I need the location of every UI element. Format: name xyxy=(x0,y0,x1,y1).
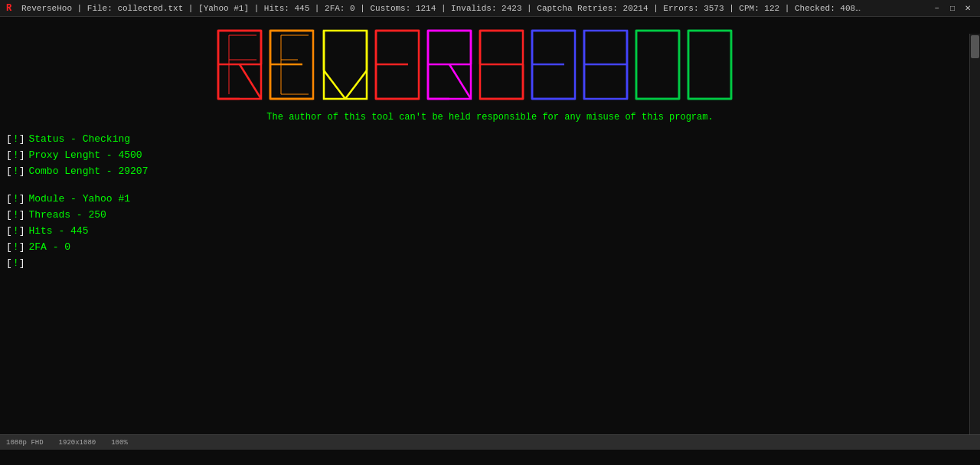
module-line-3: [!] Hits - 445 xyxy=(6,224,980,240)
bracket-1: [ xyxy=(6,132,12,148)
threads-count: Threads - 250 xyxy=(28,208,106,224)
spacer xyxy=(0,185,980,192)
exclaim-2: ! xyxy=(13,148,19,164)
svg-rect-44 xyxy=(636,31,679,99)
svg-line-14 xyxy=(345,70,367,99)
bracket-11: [ xyxy=(6,224,12,240)
bracket-5: [ xyxy=(6,164,12,180)
status-section: [!] Status - Checking [!] Proxy Lenght -… xyxy=(0,132,980,179)
status-line-1: [!] Status - Checking xyxy=(6,132,980,148)
titlebar: R ReverseHoo | File: collected.txt | [Ya… xyxy=(0,0,980,17)
svg-line-6 xyxy=(240,64,261,99)
exclaim-5: ! xyxy=(13,208,19,224)
svg-line-28 xyxy=(449,64,471,99)
bracket-16: ] xyxy=(19,256,25,272)
hits-count: Hits - 445 xyxy=(28,224,88,240)
minimize-button[interactable]: − xyxy=(931,2,943,15)
bracket-8: ] xyxy=(19,192,25,208)
bracket-15: [ xyxy=(6,256,12,272)
module-section: [!] Module - Yahoo #1 [!] Threads - 250 … xyxy=(0,192,980,271)
status-line-3: [!] Combo Lenght - 29207 xyxy=(6,164,980,180)
titlebar-left: R ReverseHoo | File: collected.txt | [Ya… xyxy=(6,3,864,14)
status-checking: Status - Checking xyxy=(28,132,130,148)
exclaim-3: ! xyxy=(13,164,19,180)
module-line-2: [!] Threads - 250 xyxy=(6,208,980,224)
scrollbar[interactable] xyxy=(969,34,980,434)
titlebar-title: ReverseHoo | File: collected.txt | [Yaho… xyxy=(21,4,864,13)
bracket-6: ] xyxy=(19,164,25,180)
maximize-button[interactable]: □ xyxy=(946,2,959,15)
module-line-4: [!] 2FA - 0 xyxy=(6,240,980,256)
module-line-1: [!] Module - Yahoo #1 xyxy=(6,192,980,208)
svg-line-13 xyxy=(324,70,345,99)
svg-rect-49 xyxy=(688,31,731,99)
exclaim-4: ! xyxy=(13,192,19,208)
app-icon: R xyxy=(6,3,17,14)
scrollbar-thumb[interactable] xyxy=(971,35,979,58)
bracket-14: ] xyxy=(19,240,25,256)
logo-svg xyxy=(211,25,769,105)
close-button[interactable]: ✕ xyxy=(962,2,974,15)
twofa-count: 2FA - 0 xyxy=(28,240,70,256)
module-name: Module - Yahoo #1 xyxy=(28,192,130,208)
exclaim-8: ! xyxy=(13,256,19,272)
bracket-9: [ xyxy=(6,208,12,224)
logo-container xyxy=(0,17,980,109)
exclaim-7: ! xyxy=(13,240,19,256)
bracket-2: ] xyxy=(19,132,25,148)
taskbar-item-3: 100% xyxy=(111,439,128,447)
exclaim-1: ! xyxy=(13,132,19,148)
main-content: The author of this tool can't be held re… xyxy=(0,17,980,450)
bracket-10: ] xyxy=(19,208,25,224)
exclaim-6: ! xyxy=(13,224,19,240)
bracket-7: [ xyxy=(6,192,12,208)
taskbar: 1080p FHD 1920x1080 100% xyxy=(0,434,980,450)
bracket-3: [ xyxy=(6,148,12,164)
titlebar-controls: − □ ✕ xyxy=(931,2,974,15)
bracket-13: [ xyxy=(6,240,12,256)
status-line-2: [!] Proxy Lenght - 4500 xyxy=(6,148,980,164)
module-line-5: [!] xyxy=(6,256,980,272)
bracket-12: ] xyxy=(19,224,25,240)
taskbar-item-1: 1080p FHD xyxy=(6,439,44,447)
taskbar-item-2: 1920x1080 xyxy=(59,439,96,447)
proxy-length: Proxy Lenght - 4500 xyxy=(28,148,142,164)
svg-rect-16 xyxy=(324,31,367,99)
disclaimer-text: The author of this tool can't be held re… xyxy=(0,112,980,123)
bracket-4: ] xyxy=(19,148,25,164)
combo-length: Combo Lenght - 29207 xyxy=(28,164,148,180)
